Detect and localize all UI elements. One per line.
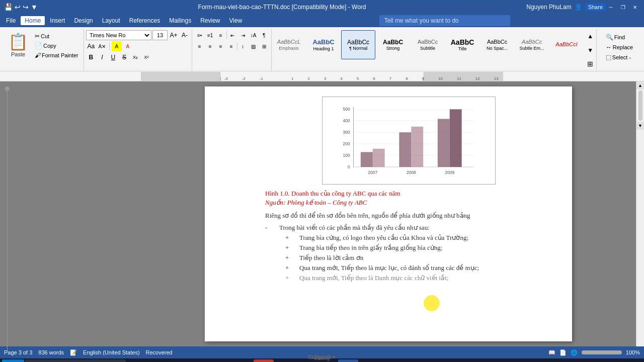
format-painter-button[interactable]: 🖌 Format Painter bbox=[33, 51, 80, 59]
menu-home[interactable]: Home bbox=[21, 16, 45, 25]
font-size-input[interactable] bbox=[152, 30, 168, 40]
menu-review[interactable]: Review bbox=[196, 16, 224, 25]
style-strong[interactable]: AaBbC Strong bbox=[376, 30, 410, 59]
style-no-spacing[interactable]: AaBbCc No Spac... bbox=[480, 30, 514, 59]
share-icon[interactable]: Share bbox=[585, 3, 606, 11]
menu-design[interactable]: Design bbox=[70, 16, 97, 25]
change-case-button[interactable]: Aa bbox=[86, 41, 96, 51]
menu-layout[interactable]: Layout bbox=[98, 16, 124, 25]
sub-item-1-text: Trang bìa cứng, có logo theo yêu cầu của… bbox=[299, 234, 468, 242]
menu-mailings[interactable]: Mailings bbox=[165, 16, 195, 25]
search-icon: 🔍 bbox=[606, 34, 613, 41]
user-icon: 👤 bbox=[575, 4, 582, 11]
editing-label: Editing bbox=[0, 355, 644, 361]
svg-text:100: 100 bbox=[343, 153, 350, 158]
zoom-slider[interactable] bbox=[582, 350, 622, 354]
scissors-icon: ✂ bbox=[35, 33, 40, 40]
scroll-down-button[interactable]: ▼ bbox=[636, 122, 645, 130]
menu-insert[interactable]: Insert bbox=[46, 16, 69, 25]
chart-container: 500 400 300 200 100 0 bbox=[322, 97, 496, 185]
scroll-up-button[interactable]: ▲ bbox=[636, 81, 645, 89]
clear-format-button[interactable]: A✕ bbox=[97, 41, 107, 51]
clipboard-group: 📋 Paste ✂ Cut 📄 Copy 🖌 Format Painter Cl… bbox=[2, 29, 84, 71]
text-highlight-button[interactable]: A bbox=[112, 41, 122, 51]
restore-button[interactable]: ❐ bbox=[618, 3, 628, 11]
redo-icon[interactable]: ↪ bbox=[23, 3, 29, 11]
cut-button[interactable]: ✂ Cut bbox=[33, 32, 80, 40]
svg-text:300: 300 bbox=[343, 130, 350, 135]
ribbon: 📋 Paste ✂ Cut 📄 Copy 🖌 Format Painter Cl… bbox=[0, 27, 644, 71]
font-shrink-button[interactable]: A- bbox=[180, 30, 190, 40]
justify-button[interactable]: ≡ bbox=[226, 41, 236, 51]
style-emphasis[interactable]: AaBbCcL Emphasis bbox=[272, 30, 306, 59]
align-right-button[interactable]: ≡ bbox=[216, 41, 226, 51]
svg-text:200: 200 bbox=[343, 141, 350, 146]
style-extra[interactable]: AaBbCcI bbox=[549, 30, 584, 59]
font-grow-button[interactable]: A+ bbox=[169, 30, 179, 40]
subscript-button[interactable]: X₂ bbox=[130, 52, 140, 62]
styles-scroll-up[interactable]: ▲ bbox=[585, 31, 595, 41]
borders-button[interactable]: ⊞ bbox=[259, 41, 269, 51]
user-area: Nguyen PhuLam 👤 Share bbox=[526, 3, 606, 11]
menu-references[interactable]: References bbox=[125, 16, 164, 25]
find-button[interactable]: 🔍 Find bbox=[604, 33, 634, 41]
styles-scroll-down[interactable]: ▼ bbox=[585, 45, 595, 55]
close-button[interactable]: ✕ bbox=[630, 3, 640, 11]
sub-item-1-marker: + bbox=[285, 234, 295, 242]
decrease-indent-button[interactable]: ⇤ bbox=[227, 30, 237, 40]
shading-button[interactable]: ▨ bbox=[249, 41, 259, 51]
minimize-button[interactable]: ─ bbox=[606, 3, 616, 11]
svg-text:2007: 2007 bbox=[368, 170, 377, 175]
bold-button[interactable]: B bbox=[86, 52, 96, 62]
style-heading1[interactable]: AaBbC Heading 1 bbox=[306, 30, 341, 59]
menu-view[interactable]: View bbox=[225, 16, 247, 25]
select-button[interactable]: ⬚ Select - bbox=[604, 53, 634, 61]
sort-button[interactable]: ↕A bbox=[249, 30, 259, 40]
page[interactable]: 500 400 300 200 100 0 bbox=[205, 86, 572, 341]
search-input[interactable] bbox=[379, 15, 510, 26]
save-icon[interactable]: 💾 bbox=[4, 3, 13, 11]
sub-item-5-marker: + bbox=[285, 274, 295, 282]
superscript-button[interactable]: X² bbox=[141, 52, 151, 62]
style-normal[interactable]: AaBbCc ¶ Normal bbox=[341, 30, 375, 59]
bullets-button[interactable]: ≡• bbox=[195, 30, 205, 40]
paste-button[interactable]: 📋 Paste bbox=[5, 31, 31, 58]
strikethrough-button[interactable]: S bbox=[119, 52, 129, 62]
undo-icon[interactable]: ↩ bbox=[15, 3, 21, 11]
user-name: Nguyen PhuLam bbox=[526, 4, 571, 11]
chart-caption: Hình 1.0. Doanh thu của công ty ABC qua … bbox=[265, 190, 552, 198]
svg-text:2009: 2009 bbox=[445, 170, 454, 175]
menu-file[interactable]: File bbox=[2, 16, 20, 25]
style-title[interactable]: AaBbC Title bbox=[445, 30, 479, 59]
customize-icon[interactable]: ▼ bbox=[31, 3, 38, 11]
styles-more[interactable]: ⊞ bbox=[585, 59, 595, 69]
show-marks-button[interactable]: ¶ bbox=[259, 30, 269, 40]
style-subtitle[interactable]: AaBbCc Subtitle bbox=[411, 30, 445, 59]
style-subtle-emphasis[interactable]: AaBbCc Subtle Em... bbox=[515, 30, 549, 59]
replace-icon: ↔ bbox=[606, 44, 612, 51]
numbering-button[interactable]: ≡1 bbox=[205, 30, 215, 40]
font-color-button[interactable]: A bbox=[123, 41, 133, 51]
chart-svg: 500 400 300 200 100 0 bbox=[328, 102, 490, 179]
align-left-button[interactable]: ≡ bbox=[195, 41, 205, 51]
font-group: Times New Ro A+ A- Aa A✕ A A B I U S X₂ … bbox=[84, 29, 192, 71]
multilevel-button[interactable]: ≡ bbox=[216, 30, 226, 40]
scroll-thumb[interactable] bbox=[638, 90, 642, 121]
copy-button[interactable]: 📄 Copy bbox=[33, 42, 80, 50]
window-title: Form-mau-viet-bao-cao-TTTN.doc [Compatib… bbox=[38, 4, 526, 11]
left-margin bbox=[0, 81, 141, 346]
font-family-select[interactable]: Times New Ro bbox=[86, 30, 151, 40]
underline-button[interactable]: U bbox=[108, 52, 118, 62]
ruler: -3 -2 -1 1 2 3 4 5 6 7 8 9 10 11 12 13 bbox=[0, 71, 644, 81]
sub-item-3-text: Tiếp theo là lời cảm ơn bbox=[299, 254, 363, 262]
menu-bar: File Home Insert Design Layout Reference… bbox=[0, 14, 644, 27]
increase-indent-button[interactable]: ⇥ bbox=[238, 30, 248, 40]
sub-item-5: + Qua trang mới, Tiếp theo là Danh mục c… bbox=[285, 274, 552, 282]
line-spacing-button[interactable]: ↕ bbox=[238, 41, 248, 51]
document-area: 500 400 300 200 100 0 bbox=[0, 81, 644, 346]
italic-button[interactable]: I bbox=[97, 52, 107, 62]
svg-text:2008: 2008 bbox=[406, 170, 416, 175]
replace-button[interactable]: ↔ Replace bbox=[604, 43, 634, 51]
align-center-button[interactable]: ≡ bbox=[205, 41, 215, 51]
sub-item-3: + Tiếp theo là lời cảm ơn bbox=[285, 254, 552, 262]
